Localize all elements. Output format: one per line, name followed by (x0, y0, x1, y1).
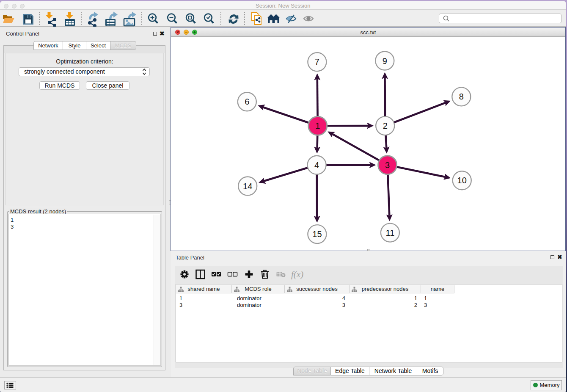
svg-text:4: 4 (314, 160, 319, 170)
svg-text:7: 7 (315, 57, 319, 66)
svg-text:14: 14 (243, 182, 252, 191)
svg-text:9: 9 (383, 56, 387, 66)
svg-text:15: 15 (312, 229, 322, 239)
svg-text:8: 8 (459, 92, 464, 101)
svg-text:2: 2 (383, 121, 388, 130)
svg-text:f(x): f(x) (291, 269, 303, 279)
svg-text:3: 3 (385, 160, 390, 170)
svg-text:11: 11 (386, 228, 395, 237)
svg-text:6: 6 (245, 97, 249, 106)
svg-text:10: 10 (457, 176, 467, 185)
svg-text:1: 1 (315, 121, 320, 130)
